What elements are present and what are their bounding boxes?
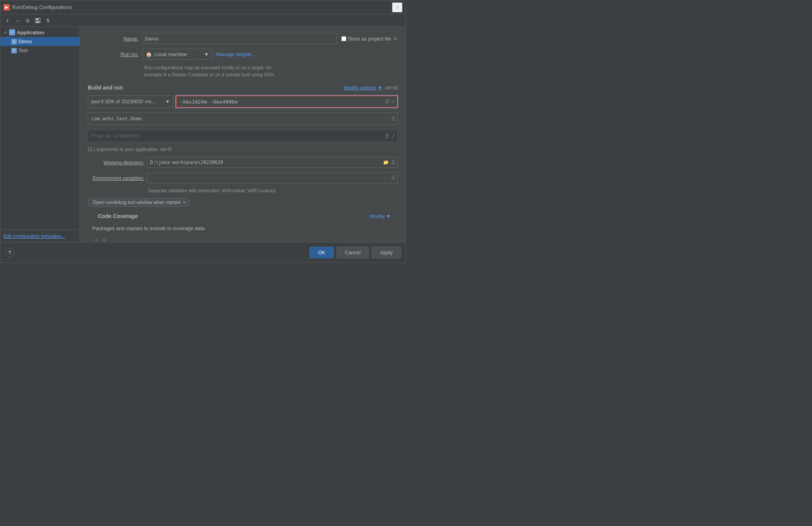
info-text-line1: Run configurations may be executed local… xyxy=(144,64,398,71)
sidebar-item-test-label: Test xyxy=(18,47,28,53)
sidebar: ▼ ≡ Application ≡ Demo ≡ Test Edit confi… xyxy=(0,27,80,242)
coverage-remove-btn[interactable]: − xyxy=(92,236,99,242)
vm-options-icons: ☰ ⤢ xyxy=(384,98,396,105)
bottom-action-buttons: OK Cancel Apply xyxy=(310,247,401,258)
env-vars-browse-btn[interactable]: ☰ xyxy=(390,174,396,181)
main-class-browse-btn[interactable]: ☰ xyxy=(390,115,396,122)
sort-button[interactable]: ⇅ xyxy=(43,16,53,25)
sdk-label: java 8 SDK of '20230620' mo... xyxy=(91,99,155,104)
sidebar-item-demo[interactable]: ≡ Demo xyxy=(0,37,79,46)
prog-args-expand-btn[interactable]: ⤢ xyxy=(391,132,396,139)
manage-targets-link[interactable]: Manage targets... xyxy=(216,51,256,57)
sidebar-group-label: Application xyxy=(17,30,44,35)
main-content: ▼ ≡ Application ≡ Demo ≡ Test Edit confi… xyxy=(0,27,406,242)
chevron-down-icon: ▼ xyxy=(4,30,7,35)
working-dir-container: 📁 ☰ xyxy=(147,157,398,168)
store-as-project-file-option: Store as project file ⚙ xyxy=(341,36,398,42)
save-button[interactable] xyxy=(33,16,42,25)
packages-label: Packages and classes to include in cover… xyxy=(88,225,398,231)
code-coverage-divider: Code Coverage Modify ▼ xyxy=(88,213,398,219)
add-button[interactable]: + xyxy=(3,16,12,25)
copy-button[interactable]: ⧉ xyxy=(23,16,32,25)
modify-options-shortcut: Alt+M xyxy=(385,85,398,91)
sidebar-item-test[interactable]: ≡ Test xyxy=(0,46,79,55)
modify-options-area: Modify options ▼ Alt+M xyxy=(344,85,398,91)
run-on-row: Run on: 🏠 Local machine ▼ Manage targets… xyxy=(88,49,398,60)
program-args-row: ☰ ⤢ xyxy=(88,130,398,142)
run-on-label: Run on: xyxy=(88,51,138,57)
modify-options-label: Modify options xyxy=(344,85,376,91)
svg-rect-1 xyxy=(36,18,39,20)
ok-button[interactable]: OK xyxy=(310,247,334,258)
tag-chips-row: Open run/debug tool window when started … xyxy=(88,198,398,207)
name-label: Name: xyxy=(88,36,138,42)
working-directory-row: Working directory: 📁 ☰ xyxy=(88,157,398,168)
working-directory-label: Working directory: xyxy=(88,160,144,165)
vm-options-input[interactable] xyxy=(176,95,398,108)
working-directory-input[interactable] xyxy=(147,157,398,168)
store-as-project-file-checkbox[interactable] xyxy=(341,36,346,41)
coverage-add-btn[interactable]: + xyxy=(101,236,107,242)
sidebar-item-demo-label: Demo xyxy=(18,39,32,44)
main-class-input[interactable] xyxy=(88,113,398,125)
cli-args-hint: CLI arguments to your application. Alt+R xyxy=(88,147,398,152)
main-class-icons: ☰ xyxy=(390,115,396,122)
build-run-title: Build and run xyxy=(88,84,123,91)
prog-args-multiline-btn[interactable]: ☰ xyxy=(384,132,390,139)
apply-button[interactable]: Apply xyxy=(372,247,401,258)
sidebar-footer: Edit configuration templates... xyxy=(0,230,79,242)
help-button[interactable]: ? xyxy=(5,248,14,257)
window-title: Run/Debug Configurations xyxy=(12,4,392,10)
home-icon: 🏠 xyxy=(146,51,152,57)
test-item-icon: ≡ xyxy=(11,48,17,53)
working-dir-folder-btn[interactable]: 📁 xyxy=(382,159,390,166)
env-vars-container: ☰ xyxy=(147,172,398,183)
vm-options-multiline-btn[interactable]: ☰ xyxy=(384,98,390,105)
vm-options-expand-btn[interactable]: ⤢ xyxy=(391,98,396,105)
info-text-line2: example in a Docker Container or on a re… xyxy=(144,71,398,78)
close-button[interactable]: × xyxy=(392,2,402,12)
local-machine-dropdown[interactable]: 🏠 Local machine ▼ xyxy=(142,49,212,60)
config-panel: Name: Store as project file ⚙ Run on: 🏠 … xyxy=(80,27,406,242)
tag-close-button[interactable]: × xyxy=(183,200,186,205)
env-vars-hint: Separate variables with semicolon: VAR=v… xyxy=(88,188,398,194)
sidebar-group-header-application[interactable]: ▼ ≡ Application xyxy=(0,28,79,37)
bottom-bar: ? OK Cancel Apply xyxy=(0,242,406,262)
sdk-dropdown[interactable]: java 8 SDK of '20230620' mo... ▼ xyxy=(88,95,173,108)
code-coverage-title: Code Coverage xyxy=(98,213,138,219)
env-vars-label: Environment variables: xyxy=(88,175,144,181)
chevron-down-icon: ▼ xyxy=(378,85,383,91)
gear-icon[interactable]: ⚙ xyxy=(394,36,398,41)
app-icon: ▶ xyxy=(4,4,10,11)
cancel-button[interactable]: Cancel xyxy=(337,247,369,258)
sdk-dropdown-arrow: ▼ xyxy=(165,99,170,104)
env-vars-row: Environment variables: ☰ xyxy=(88,172,398,183)
code-coverage-modify-button[interactable]: Modify ▼ xyxy=(370,213,391,219)
code-coverage-header: Code Coverage Modify ▼ xyxy=(98,213,391,219)
program-args-input[interactable] xyxy=(88,130,398,142)
toolbar: + − ⧉ ⇅ xyxy=(0,14,406,27)
modify-chevron-icon: ▼ xyxy=(386,213,391,219)
edit-templates-link[interactable]: Edit configuration templates... xyxy=(4,234,65,239)
title-bar: ▶ Run/Debug Configurations × xyxy=(0,0,406,14)
modify-label: Modify xyxy=(370,213,385,219)
main-class-row: ☰ xyxy=(88,113,398,125)
vm-options-container: ☰ ⤢ xyxy=(176,95,398,108)
divider-line-right xyxy=(395,216,398,216)
modify-options-button[interactable]: Modify options ▼ xyxy=(344,85,383,91)
coverage-actions: − + xyxy=(88,236,398,242)
open-debug-tool-chip: Open run/debug tool window when started … xyxy=(88,198,190,207)
store-as-project-file-label[interactable]: Store as project file xyxy=(341,36,391,42)
name-input[interactable] xyxy=(142,33,337,44)
svg-rect-2 xyxy=(36,21,39,23)
build-run-section-header: Build and run Modify options ▼ Alt+M xyxy=(88,83,398,91)
env-vars-icons: ☰ xyxy=(390,174,396,181)
sidebar-application-group: ▼ ≡ Application ≡ Demo ≡ Test xyxy=(0,27,79,56)
name-row: Name: Store as project file ⚙ xyxy=(88,33,398,44)
demo-item-icon: ≡ xyxy=(11,39,17,44)
prog-args-icons: ☰ ⤢ xyxy=(384,132,396,139)
application-group-icon: ≡ xyxy=(9,29,15,35)
working-dir-browse-btn[interactable]: ☰ xyxy=(390,159,396,166)
remove-button[interactable]: − xyxy=(13,16,22,25)
env-vars-input[interactable] xyxy=(147,172,398,183)
